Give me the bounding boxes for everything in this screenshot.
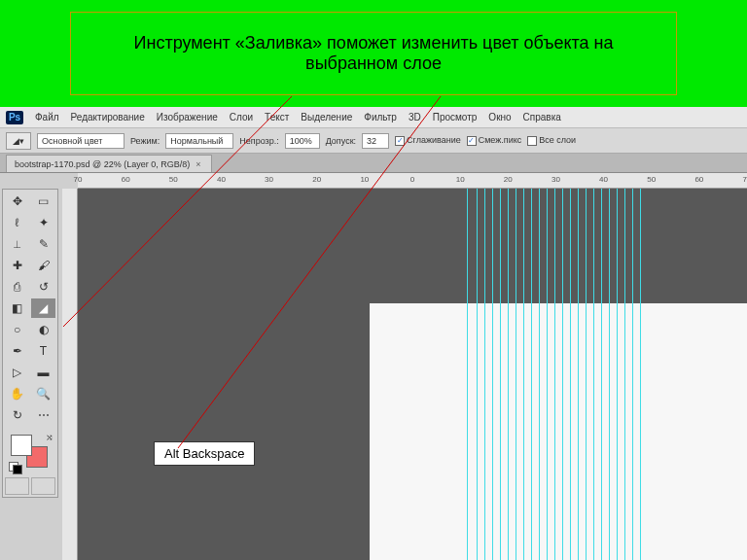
guide-line[interactable] xyxy=(547,189,548,560)
document-tab[interactable]: bootstrap-1170.psd @ 22% (Layer 0, RGB/8… xyxy=(6,155,212,172)
close-icon[interactable]: × xyxy=(196,159,200,169)
document-tabs: bootstrap-1170.psd @ 22% (Layer 0, RGB/8… xyxy=(0,154,747,173)
ruler-tick: 10 xyxy=(360,175,369,184)
swap-colors-icon[interactable]: ⤭ xyxy=(46,433,53,442)
tool-dots[interactable]: ⋯ xyxy=(31,405,55,425)
menu-3d[interactable]: 3D xyxy=(409,112,421,122)
guide-line[interactable] xyxy=(640,189,641,560)
tool-crop[interactable]: ⟂ xyxy=(5,234,29,254)
guide-line[interactable] xyxy=(617,189,618,560)
guide-line[interactable] xyxy=(570,189,571,560)
tool-blur[interactable]: ○ xyxy=(5,320,29,339)
ruler-tick: 70 xyxy=(743,175,747,184)
tool-stamp[interactable]: ⎙ xyxy=(5,277,29,297)
ruler-tick: 30 xyxy=(265,175,273,184)
guide-line[interactable] xyxy=(477,189,478,560)
ruler-tick: 60 xyxy=(122,175,130,184)
guide-line[interactable] xyxy=(578,189,579,560)
menu-image[interactable]: Изображение xyxy=(157,112,218,122)
photoshop-window: Ps Файл Редактирование Изображение Слои … xyxy=(0,107,747,560)
tool-zoom[interactable]: 🔍 xyxy=(31,384,55,403)
ruler-tick: 30 xyxy=(551,175,560,184)
tolerance-label: Допуск: xyxy=(326,136,356,146)
screenmode-icon[interactable] xyxy=(31,477,55,495)
tool-wand[interactable]: ✦ xyxy=(31,213,55,232)
guide-line[interactable] xyxy=(523,189,524,560)
tool-eyedrop[interactable]: ✎ xyxy=(31,234,55,254)
ruler-tick: 10 xyxy=(456,175,465,184)
guide-line[interactable] xyxy=(531,189,532,560)
document-canvas[interactable] xyxy=(370,303,747,560)
bucket-icon[interactable]: ◢▾ xyxy=(6,132,31,150)
tool-type[interactable]: T xyxy=(31,341,55,361)
guide-line[interactable] xyxy=(601,189,602,560)
color-swatches[interactable]: ⤭ xyxy=(5,431,57,473)
options-bar: ◢▾ Основной цвет Режим: Нормальный Непро… xyxy=(0,128,747,154)
mode-label: Режим: xyxy=(130,136,160,146)
canvas-area[interactable] xyxy=(78,189,747,560)
menu-edit[interactable]: Редактирование xyxy=(71,112,145,122)
menu-window[interactable]: Окно xyxy=(488,112,511,122)
contig-check[interactable]: Смеж.пикс xyxy=(467,135,522,146)
tool-lasso[interactable]: ℓ xyxy=(5,213,29,232)
opacity-label: Непрозр.: xyxy=(239,136,278,146)
menu-layer[interactable]: Слои xyxy=(230,112,253,122)
guide-line[interactable] xyxy=(554,189,555,560)
guide-line[interactable] xyxy=(632,189,633,560)
tool-move[interactable]: ✥ xyxy=(5,192,29,211)
ruler-tick: 40 xyxy=(217,175,226,184)
screen-mode[interactable] xyxy=(5,477,55,495)
menu-select[interactable]: Выделение xyxy=(301,112,352,122)
tool-heal[interactable]: ✚ xyxy=(5,256,29,275)
instruction-banner: Инструмент «Заливка» поможет изменить цв… xyxy=(0,0,747,107)
tolerance-input[interactable]: 32 xyxy=(362,133,389,149)
mode-select[interactable]: Нормальный xyxy=(165,133,233,149)
ruler-tick: 60 xyxy=(694,175,703,184)
guide-line[interactable] xyxy=(500,189,501,560)
guide-line[interactable] xyxy=(467,189,468,560)
guide-line[interactable] xyxy=(492,189,493,560)
tool-shape[interactable]: ▬ xyxy=(31,363,55,382)
menu-filter[interactable]: Фильтр xyxy=(364,112,397,122)
fill-source-select[interactable]: Основной цвет xyxy=(37,133,124,149)
aa-check[interactable]: Сглаживание xyxy=(395,135,461,146)
tool-dodge[interactable]: ◐ xyxy=(31,320,55,339)
tool-eraser[interactable]: ◧ xyxy=(5,298,29,318)
opacity-input[interactable]: 100% xyxy=(285,133,320,149)
alllayers-check[interactable]: Все слои xyxy=(527,135,576,146)
tool-bucket[interactable]: ◢ xyxy=(31,298,55,318)
guide-line[interactable] xyxy=(508,189,509,560)
ruler-tick: 70 xyxy=(74,175,83,184)
tool-marquee[interactable]: ▭ xyxy=(31,192,55,211)
ruler-vertical xyxy=(62,189,78,560)
tool-path[interactable]: ▷ xyxy=(5,363,29,382)
guide-line[interactable] xyxy=(516,189,516,560)
guide-line[interactable] xyxy=(586,189,587,560)
tab-title: bootstrap-1170.psd @ 22% (Layer 0, RGB/8… xyxy=(15,159,190,169)
ruler-tick: 40 xyxy=(599,175,608,184)
shortcut-label: Alt Backspace xyxy=(154,441,255,466)
menu-view[interactable]: Просмотр xyxy=(433,112,478,122)
menu-help[interactable]: Справка xyxy=(523,112,561,122)
guide-line[interactable] xyxy=(609,189,610,560)
tool-history[interactable]: ↺ xyxy=(31,277,55,297)
tool-rotate[interactable]: ↻ xyxy=(5,405,29,425)
guide-line[interactable] xyxy=(624,189,625,560)
guide-line[interactable] xyxy=(484,189,485,560)
tool-brush[interactable]: 🖌 xyxy=(31,256,55,275)
ruler-horizontal: 70605040302010010203040506070 xyxy=(78,173,747,189)
ruler-tick: 0 xyxy=(410,175,414,184)
guide-line[interactable] xyxy=(562,189,563,560)
app-logo: Ps xyxy=(6,111,23,124)
menu-text[interactable]: Текст xyxy=(265,112,289,122)
guide-line[interactable] xyxy=(539,189,540,560)
ruler-tick: 20 xyxy=(504,175,513,184)
guide-line[interactable] xyxy=(593,189,594,560)
tool-pen[interactable]: ✒ xyxy=(5,341,29,361)
tools-panel: ✥▭ℓ✦⟂✎✚🖌⎙↺◧◢○◐✒T▷▬✋🔍↻⋯⤭ xyxy=(2,189,58,498)
quickmask-icon[interactable] xyxy=(5,477,29,495)
tool-hand[interactable]: ✋ xyxy=(5,384,29,403)
instruction-text: Инструмент «Заливка» поможет изменить цв… xyxy=(70,12,677,95)
fg-color-swatch[interactable] xyxy=(11,435,32,456)
menu-file[interactable]: Файл xyxy=(35,112,59,122)
